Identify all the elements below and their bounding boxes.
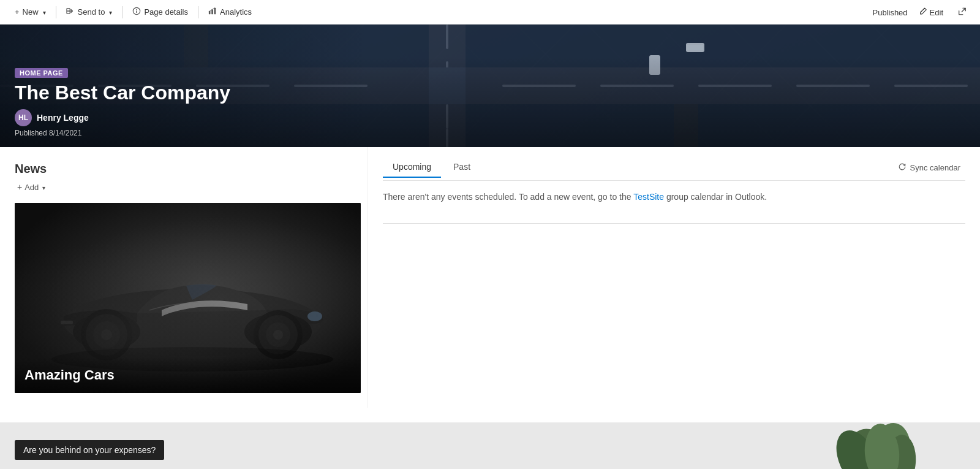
news-card-label: Amazing Cars xyxy=(15,357,361,393)
toolbar-divider-2 xyxy=(122,6,123,18)
news-panel: News + Add xyxy=(0,147,368,408)
send-to-button[interactable]: Send to xyxy=(61,4,118,20)
toolbar-divider-3 xyxy=(198,6,198,18)
svg-rect-4 xyxy=(209,11,211,14)
events-header: Upcoming Past Sync calendar xyxy=(383,157,965,178)
sync-calendar-button[interactable]: Sync calendar xyxy=(893,160,965,175)
bottom-banner: Are you behind on your expenses? xyxy=(0,422,980,469)
analytics-button[interactable]: Analytics xyxy=(203,4,257,20)
add-news-icon: + xyxy=(17,182,22,192)
toolbar-left: + New Send to Page xyxy=(10,4,257,20)
avatar: HL xyxy=(15,109,32,126)
events-tab-divider xyxy=(383,180,965,181)
events-empty-message: There aren't any events scheduled. To ad… xyxy=(383,191,965,204)
send-to-chevron xyxy=(108,7,112,17)
past-tab[interactable]: Past xyxy=(443,157,480,178)
analytics-icon xyxy=(208,7,217,17)
published-status: Published xyxy=(872,7,907,17)
edit-icon xyxy=(919,7,927,17)
hero-section: HOME PAGE The Best Car Company HL Henry … xyxy=(0,25,980,147)
page-details-icon xyxy=(132,7,141,17)
author-name: Henry Legge xyxy=(37,113,89,123)
svg-rect-45 xyxy=(61,321,73,324)
svg-point-2 xyxy=(137,9,138,10)
testsite-link[interactable]: TestSite xyxy=(633,192,664,202)
sync-icon xyxy=(898,162,907,173)
events-section-divider xyxy=(383,223,965,224)
upcoming-tab[interactable]: Upcoming xyxy=(383,157,441,178)
svg-point-41 xyxy=(86,314,127,356)
page-details-button[interactable]: Page details xyxy=(127,4,193,20)
news-card[interactable]: Amazing Cars xyxy=(15,203,361,393)
svg-point-44 xyxy=(307,311,322,321)
page-details-label: Page details xyxy=(144,7,188,17)
svg-rect-20 xyxy=(446,25,448,49)
svg-point-40 xyxy=(81,309,132,360)
svg-point-36 xyxy=(254,310,303,359)
svg-rect-3 xyxy=(137,11,137,13)
svg-point-39 xyxy=(273,330,283,340)
add-news-chevron xyxy=(41,183,45,192)
new-icon: + xyxy=(15,7,20,17)
new-button[interactable]: + New xyxy=(10,5,51,19)
sync-calendar-label: Sync calendar xyxy=(910,163,960,172)
add-news-button[interactable]: + Add xyxy=(15,181,353,193)
new-chevron xyxy=(42,7,46,17)
svg-rect-25 xyxy=(687,45,703,50)
author-row: HL Henry Legge xyxy=(15,109,965,126)
edit-label: Edit xyxy=(930,7,943,17)
expand-button[interactable] xyxy=(954,4,970,20)
analytics-label: Analytics xyxy=(220,7,252,17)
hero-content: HOME PAGE The Best Car Company HL Henry … xyxy=(0,57,980,147)
news-heading: News xyxy=(15,162,353,176)
banner-tag: Are you behind on your expenses? xyxy=(15,440,164,460)
svg-point-34 xyxy=(244,313,312,350)
toolbar-divider-1 xyxy=(56,6,56,18)
main-content: News + Add xyxy=(0,147,980,408)
homepage-badge: HOME PAGE xyxy=(15,68,68,78)
published-date: Published 8/14/2021 xyxy=(15,129,965,137)
svg-rect-6 xyxy=(214,8,216,15)
events-tabs: Upcoming Past xyxy=(383,157,483,178)
svg-rect-47 xyxy=(674,422,980,469)
svg-point-33 xyxy=(64,289,321,356)
toolbar: + New Send to Page xyxy=(0,0,980,25)
page-title: The Best Car Company xyxy=(15,82,965,104)
svg-point-42 xyxy=(93,321,120,348)
send-to-icon xyxy=(66,7,75,17)
toolbar-right: Published Edit xyxy=(872,4,970,20)
events-panel: Upcoming Past Sync calendar There aren't… xyxy=(368,147,980,408)
new-label: New xyxy=(23,7,39,17)
svg-point-38 xyxy=(266,322,290,347)
expand-icon xyxy=(958,7,967,17)
svg-rect-5 xyxy=(211,9,213,14)
svg-point-35 xyxy=(73,313,140,350)
banner-content: Are you behind on your expenses? xyxy=(0,430,179,469)
news-card-title: Amazing Cars xyxy=(24,367,351,383)
svg-point-43 xyxy=(101,329,112,340)
edit-button[interactable]: Edit xyxy=(915,4,947,20)
add-news-label: Add xyxy=(24,183,39,192)
send-to-label: Send to xyxy=(78,7,105,17)
svg-point-37 xyxy=(258,315,298,354)
